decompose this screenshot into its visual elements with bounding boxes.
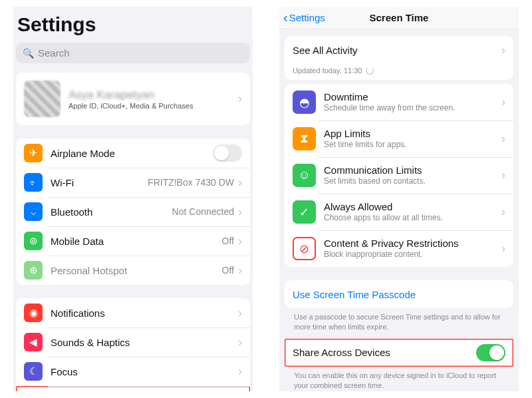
share-devices-row[interactable]: Share Across Devices (285, 339, 513, 367)
row-label: Focus (51, 366, 238, 377)
personal-hotspot-icon: ⊕ (24, 261, 43, 280)
chevron-right-icon: › (238, 92, 242, 106)
row-undefined[interactable]: ⊘Content & Privacy RestrictionsBlock ina… (285, 230, 513, 267)
focus-icon: ☾ (24, 362, 43, 381)
sounds-haptics-icon: ◀ (24, 333, 43, 351)
search-icon: 🔍 (23, 48, 34, 59)
updated-text: Updated today, 11:30 (285, 64, 513, 80)
use-passcode-link: Use Screen Time Passcode (293, 289, 416, 300)
row-title: Content & Privacy Restrictions (324, 238, 501, 250)
settings-screen: Settings 🔍 Search Asya Karapetyan Apple … (13, 7, 253, 391)
bluetooth-icon: ⌵ (24, 202, 43, 221)
chevron-right-icon: › (238, 205, 242, 219)
row-label: Notifications (51, 307, 238, 319)
row-value: Off (222, 265, 234, 276)
row-mobile-data[interactable]: ⊚Mobile DataOff› (16, 226, 250, 256)
chevron-right-icon: › (238, 234, 242, 248)
app-limits-icon: ⧗ (293, 127, 316, 150)
row-title: Downtime (324, 91, 501, 103)
row-title: Always Allowed (324, 201, 501, 213)
chevron-right-icon: › (238, 264, 242, 278)
always-allowed-icon: ✓ (293, 200, 316, 224)
passcode-footer: Use a passcode to secure Screen Time set… (285, 309, 513, 339)
share-footer: You can enable this on any device signed… (285, 368, 513, 391)
row-undefined[interactable]: ☺Communication LimitsSet limits based on… (285, 157, 513, 194)
row-label: Bluetooth (51, 206, 172, 218)
screentime-options: ◓DowntimeSchedule time away from the scr… (285, 84, 513, 267)
mobile-data-icon: ⊚ (24, 232, 43, 250)
content-privacy-restrictions-icon: ⊘ (293, 237, 316, 260)
chevron-right-icon: › (238, 365, 242, 379)
see-all-activity-row[interactable]: See All Activity › (285, 36, 513, 64)
row-subtitle: Set time limits for apps. (324, 140, 501, 150)
row-undefined[interactable]: ✓Always AllowedChoose apps to allow at a… (285, 194, 513, 230)
screentime-screen: ‹ Settings Screen Time See All Activity … (279, 7, 519, 391)
back-button[interactable]: ‹ Settings (283, 10, 325, 25)
spinner-icon (366, 67, 374, 75)
row-personal-hotspot[interactable]: ⊕Personal HotspotOff› (16, 256, 250, 285)
row-value: Not Connected (172, 206, 234, 217)
row-notifications[interactable]: ◉Notifications› (16, 298, 250, 327)
row-undefined[interactable]: ⧗App LimitsSet time limits for apps.› (285, 120, 513, 157)
chevron-right-icon: › (501, 43, 505, 57)
profile-name: Asya Karapetyan (68, 89, 238, 102)
back-label: Settings (289, 12, 325, 23)
row-subtitle: Schedule time away from the screen. (324, 103, 501, 114)
chevron-right-icon: › (501, 205, 505, 219)
row-label: Airplane Mode (51, 148, 213, 159)
chevron-right-icon: › (238, 335, 242, 349)
row-label: Sounds & Haptics (51, 337, 238, 348)
chevron-right-icon: › (501, 132, 505, 146)
search-input[interactable]: 🔍 Search (16, 43, 250, 63)
nav-title: Screen Time (370, 12, 429, 23)
downtime-icon: ◓ (293, 91, 316, 114)
network-group: ✈Airplane ModeᯤWi-FiFRITZ!Box 7430 DW›⌵B… (16, 138, 250, 285)
row-value: Off (222, 236, 234, 246)
toggle[interactable] (213, 144, 242, 162)
row-focus[interactable]: ☾Focus› (16, 357, 250, 386)
chevron-right-icon: › (501, 242, 505, 256)
nav-bar: ‹ Settings Screen Time (279, 7, 519, 29)
wi-fi-icon: ᯤ (24, 173, 43, 192)
chevron-left-icon: ‹ (283, 10, 288, 25)
avatar (24, 81, 61, 117)
row-title: App Limits (324, 128, 501, 140)
share-label: Share Across Devices (293, 347, 476, 358)
profile-card[interactable]: Asya Karapetyan Apple ID, iCloud+, Media… (16, 73, 250, 125)
share-toggle[interactable] (476, 344, 505, 361)
page-title: Settings (16, 7, 250, 43)
activity-card: See All Activity › Updated today, 11:30 (285, 36, 513, 80)
chevron-right-icon: › (501, 168, 505, 182)
see-all-label: See All Activity (293, 45, 501, 56)
row-title: Communication Limits (324, 164, 501, 176)
passcode-card[interactable]: Use Screen Time Passcode (285, 280, 513, 308)
row-airplane-mode[interactable]: ✈Airplane Mode (16, 138, 250, 168)
chevron-right-icon: › (238, 306, 242, 320)
row-bluetooth[interactable]: ⌵BluetoothNot Connected› (16, 197, 250, 226)
row-subtitle: Choose apps to allow at all times. (324, 213, 501, 224)
row-label: Personal Hotspot (51, 265, 222, 276)
row-wi-fi[interactable]: ᯤWi-FiFRITZ!Box 7430 DW› (16, 168, 250, 197)
communication-limits-icon: ☺ (293, 164, 316, 187)
search-placeholder: Search (38, 47, 70, 59)
chevron-right-icon: › (238, 176, 242, 190)
focus-group: ◉Notifications›◀Sounds & Haptics›☾Focus›… (16, 298, 250, 391)
notifications-icon: ◉ (24, 303, 43, 322)
row-sounds-haptics[interactable]: ◀Sounds & Haptics› (16, 327, 250, 357)
row-label: Wi-Fi (51, 177, 148, 188)
chevron-right-icon: › (501, 95, 505, 109)
row-subtitle: Set limits based on contacts. (324, 176, 501, 187)
row-value: FRITZ!Box 7430 DW (148, 177, 234, 188)
row-subtitle: Block inappropriate content. (324, 250, 501, 260)
row-screen-time[interactable]: ⧗Screen Time› (16, 386, 250, 391)
row-undefined[interactable]: ◓DowntimeSchedule time away from the scr… (285, 84, 513, 120)
row-label: Mobile Data (51, 236, 222, 247)
airplane-mode-icon: ✈ (24, 144, 43, 162)
profile-subtitle: Apple ID, iCloud+, Media & Purchases (68, 102, 238, 110)
